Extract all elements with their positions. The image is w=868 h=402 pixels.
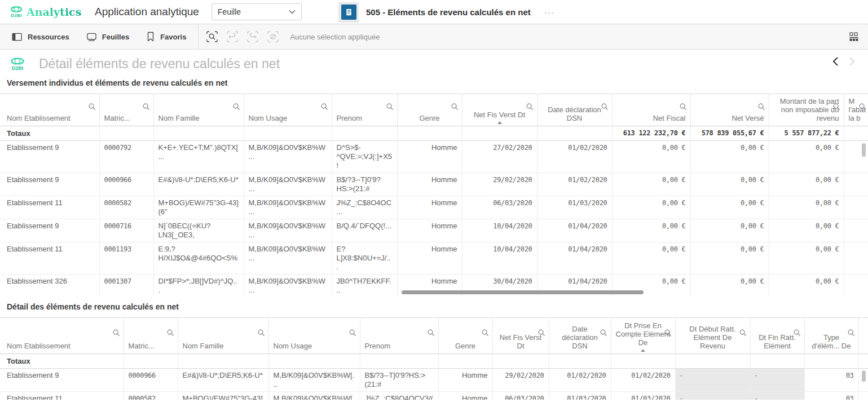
cell-dt-prise-en-compte-element[interactable]: 01/03/2020: [611, 392, 675, 400]
column-search-icon[interactable]: [232, 103, 241, 113]
column-search-icon[interactable]: [537, 329, 546, 339]
cell-prenom[interactable]: B/Q.4/`DFQQ(!...: [332, 219, 397, 242]
cell-nom-famille[interactable]: K+E+.YEC+T;M".)8QTX[...: [153, 141, 244, 173]
column-search-icon[interactable]: [142, 103, 151, 113]
cell-nom-usage[interactable]: M,B/K09]&O0V$KB%W...: [244, 173, 332, 196]
cell-montant-abattement[interactable]: [844, 275, 868, 298]
cell-genre[interactable]: Homme: [397, 219, 462, 242]
column-search-icon[interactable]: [793, 329, 801, 339]
cell-nom-usage[interactable]: M,B/K09]&O0V$KB%W[...: [268, 369, 360, 392]
smart-search-button[interactable]: [202, 26, 222, 47]
cell-nom-usage[interactable]: M,B/K09]&O0V$KB%W[...: [268, 392, 360, 400]
cell-net-fis-verst-dt[interactable]: 10/04/2020: [462, 219, 537, 242]
cell-net-verse[interactable]: 0,00 €: [690, 141, 769, 173]
cell-nom-etablissement[interactable]: Etablissement 326: [0, 275, 99, 298]
cell-prenom[interactable]: JB0^TH7EKKFF...: [332, 275, 397, 298]
column-search-icon[interactable]: [481, 329, 490, 339]
cell-net-fiscal[interactable]: 0,00 €: [612, 242, 690, 275]
cell-nom-famille[interactable]: N]`0BEC((=KU? LN3[_OE3,: [153, 219, 244, 242]
column-header-prenom[interactable]: Prenom: [360, 318, 438, 354]
column-search-icon[interactable]: [847, 329, 856, 339]
cell-montant-part-non-imposable[interactable]: 0,00 €: [769, 275, 844, 298]
column-search-icon[interactable]: [832, 103, 841, 113]
cell-prenom[interactable]: J%Z_:C$8O4OCV3/(...: [360, 392, 438, 400]
cell-net-fis-verst-dt[interactable]: 10/04/2020: [462, 242, 537, 275]
step-back-button[interactable]: [222, 26, 243, 47]
cell-prenom[interactable]: E? L]X8:$N0U+=J/...: [332, 242, 397, 275]
cell-dt-fin-ratt-element[interactable]: -: [750, 392, 804, 400]
column-header-type-element[interactable]: Type d'élém... De: [804, 318, 858, 354]
cell-net-verse[interactable]: 0,00 €: [690, 219, 769, 242]
column-search-icon[interactable]: [451, 103, 459, 113]
cell-prenom[interactable]: J%Z_:C$8O4OC...: [332, 196, 397, 219]
cell-net-fis-verst-dt[interactable]: 29/02/2020: [492, 369, 549, 392]
column-search-icon[interactable]: [739, 329, 747, 339]
cell-nom-famille[interactable]: E:9,? H/XIJ$O&@4#6QO<S%: [153, 242, 244, 275]
cell-net-fiscal[interactable]: 0,00 €: [612, 173, 690, 196]
sheet-selector[interactable]: Feuille: [212, 3, 302, 20]
cell-date-declaration-dsn[interactable]: 01/03/2020: [549, 392, 611, 400]
cell-nom-etablissement[interactable]: Etablissement 9: [0, 219, 99, 242]
column-search-icon[interactable]: [858, 103, 867, 113]
horizontal-scrollbar-thumb[interactable]: [402, 290, 644, 294]
cell-genre[interactable]: Homme: [397, 173, 462, 196]
cell-date-declaration-dsn[interactable]: 01/02/2020: [537, 141, 612, 173]
column-header-dt-fin-ratt-element[interactable]: Dt Fin Ratt. Elément: [750, 318, 804, 354]
cell-nom-etablissement[interactable]: Etablissement 9: [0, 369, 124, 392]
cell-date-declaration-dsn[interactable]: 01/02/2020: [549, 369, 611, 392]
cell-net-fis-verst-dt[interactable]: 29/02/2020: [462, 173, 537, 196]
cell-montant-part-non-imposable[interactable]: 0,00 €: [769, 242, 844, 275]
cell-net-verse[interactable]: 0,00 €: [690, 196, 769, 219]
cell-net-verse[interactable]: 0,00 €: [690, 173, 769, 196]
cell-prenom[interactable]: D^S>$-^QVE:=;VJ(:]+X5!: [332, 141, 397, 173]
cell-nom-usage[interactable]: M,B/K09]&O0V$KB%W...: [244, 141, 332, 173]
column-header-net-fiscal[interactable]: Net Fiscal: [612, 94, 690, 126]
cell-matricule[interactable]: 0001307: [99, 275, 153, 298]
app-document-icon[interactable]: [338, 2, 359, 23]
cell-matricule[interactable]: 0000792: [99, 141, 153, 173]
cell-matricule[interactable]: 0000966: [99, 173, 153, 196]
analytics-logo[interactable]: D2BI Analytics: [9, 6, 78, 18]
cell-dt-fin-ratt-element[interactable]: -: [750, 369, 804, 392]
cell-montant-abattement[interactable]: [844, 196, 868, 219]
clear-selections-button[interactable]: [263, 26, 283, 47]
cell-nom-famille[interactable]: DI*$FP>*;JB[]VD#)^JQ...: [153, 275, 244, 298]
column-header-nom-usage[interactable]: Nom Usage: [268, 318, 360, 354]
cell-montant-abattement[interactable]: [844, 219, 868, 242]
column-header-dt-debut-ratt-element-de-revenu[interactable]: Dt Début Ratt. Elément De Revenu: [675, 318, 750, 354]
column-header-prenom[interactable]: Prenom: [332, 94, 397, 126]
cell-genre[interactable]: Homme: [438, 369, 492, 392]
cell-montant-part-non-imposable[interactable]: 0,00 €: [769, 219, 844, 242]
cell-date-declaration-dsn[interactable]: 01/02/2020: [537, 173, 612, 196]
cell-nom-usage[interactable]: M,B/K09]&O0V$KB%W...: [244, 242, 332, 275]
column-header-net-fis-verst-dt[interactable]: Net Fis Verst Dt: [462, 94, 537, 126]
cell-nom-usage[interactable]: M,B/K09]&O0V$KB%W...: [244, 196, 332, 219]
cell-dt-debut-ratt-element-de-revenu[interactable]: -: [675, 369, 750, 392]
column-search-icon[interactable]: [320, 103, 329, 113]
column-header-genre[interactable]: Genre: [397, 94, 462, 126]
column-header-nom-famille[interactable]: Nom Famille: [153, 94, 244, 126]
cell-net-verse[interactable]: 0,00 €: [690, 242, 769, 275]
cell-genre[interactable]: Homme: [397, 242, 462, 275]
cell-nom-famille[interactable]: M+BOG)/EW#75"3G-43]: [178, 392, 268, 400]
cell-dt-prise-en-compte-element[interactable]: 01/02/2020: [611, 369, 675, 392]
column-header-net-verse[interactable]: Net Versé: [690, 94, 769, 126]
column-search-icon[interactable]: [600, 329, 608, 339]
cell-dt-debut-ratt-element-de-revenu[interactable]: -: [675, 392, 750, 400]
cell-montant-part-non-imposable[interactable]: 0,00 €: [769, 196, 844, 219]
cell-montant-part-non-imposable[interactable]: 0,00 €: [769, 141, 844, 173]
cell-type-element[interactable]: 03: [804, 392, 858, 400]
column-search-icon[interactable]: [257, 329, 266, 339]
column-search-icon[interactable]: [88, 103, 96, 113]
column-header-montant-part-non-imposable[interactable]: Montant de la part non imposable du reve…: [769, 94, 844, 126]
cell-date-declaration-dsn[interactable]: 01/04/2020: [537, 219, 612, 242]
cell-nom-etablissement[interactable]: Etablissement 9: [0, 173, 99, 196]
column-search-icon[interactable]: [757, 103, 766, 113]
column-header-matricule[interactable]: Matric...: [99, 94, 153, 126]
cell-nom-famille[interactable]: E#&)\/8-U*;D\ER5;K6-U*: [153, 173, 244, 196]
cell-montant-part-non-imposable[interactable]: 0,00 €: [769, 173, 844, 196]
cell-genre[interactable]: Homme: [397, 141, 462, 173]
cell-matricule[interactable]: 0001193: [99, 242, 153, 275]
cell-type-element[interactable]: 03: [804, 369, 858, 392]
cell-nom-etablissement[interactable]: Etablissement 11: [0, 196, 99, 219]
